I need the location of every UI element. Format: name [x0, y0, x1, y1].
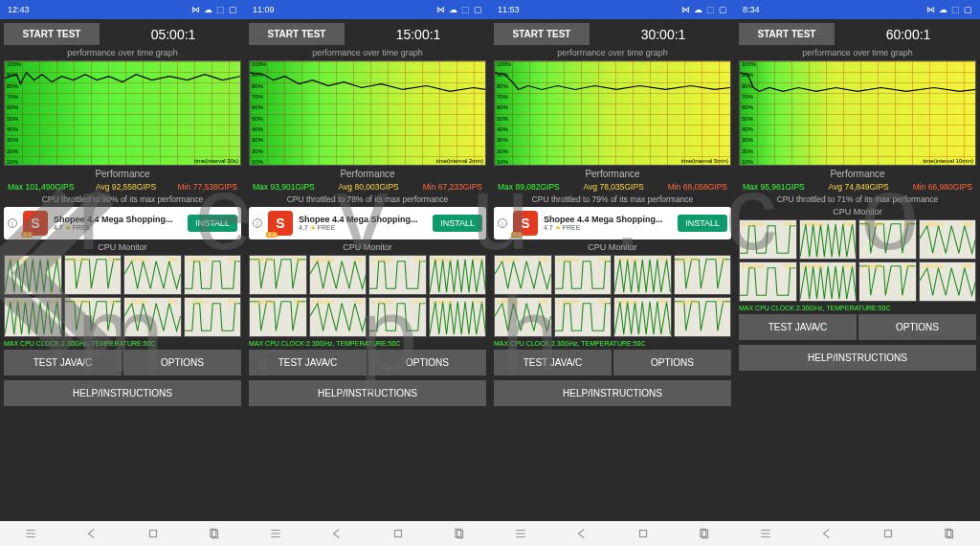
ad-install-button[interactable]: INSTALL [678, 215, 727, 232]
home-icon[interactable] [881, 527, 895, 540]
link-icon: ⋈ [681, 5, 690, 14]
home-icon[interactable] [391, 527, 405, 540]
core-temp: T0C [353, 299, 364, 305]
options-button[interactable]: OPTIONS [368, 350, 486, 375]
graph-title: performance over time graph [249, 48, 486, 57]
performance-title: Performance [739, 169, 976, 179]
core-temp: T0C [228, 257, 238, 262]
menu-icon[interactable] [514, 527, 527, 540]
ad-info-icon[interactable]: i [498, 218, 507, 228]
options-button[interactable]: OPTIONS [123, 350, 241, 375]
graph-title: performance over time graph [494, 48, 731, 57]
home-icon[interactable] [636, 527, 650, 540]
core-temp: T0C [473, 257, 483, 262]
performance-values: Max 89,082GIPS Avg 78,035GIPS Min 68,058… [494, 182, 731, 192]
performance-graph: 100%90%80%70%60%50%40%30%20%10% time(int… [494, 60, 731, 166]
ad-app-icon: 4.4 [513, 211, 538, 236]
screen-rec-icon: ⬚ [951, 5, 960, 14]
back-icon[interactable] [575, 527, 589, 540]
options-button[interactable]: OPTIONS [613, 350, 731, 375]
core-freq: 0.54GHz [742, 263, 765, 269]
cpu-monitor-grid: 2.00GHz T0C 2.00GHz T0C 2.00GHz T0C 2.00… [494, 255, 731, 337]
test-javac-button[interactable]: TEST JAVA/C [249, 350, 367, 375]
max-cpu-text: MAX CPU CLOCK:2.30GHz, TEMPERATURE:50C [249, 340, 486, 347]
ad-rating: 4.7 ★ FREE [299, 224, 427, 232]
help-button[interactable]: HELP/INSTRUCTIONS [739, 345, 976, 371]
recent-icon[interactable] [208, 527, 221, 540]
ad-app-icon: 4.4 [23, 211, 48, 236]
ad-install-button[interactable]: INSTALL [433, 215, 482, 232]
options-button[interactable]: OPTIONS [858, 314, 976, 340]
ad-banner[interactable]: i 4.4 Shopee 4.4 Mega Shopping... 4.7 ★ … [249, 207, 486, 239]
core-temp: T0C [963, 221, 973, 227]
cpu-core-chart: 1.22GHz T0C [123, 297, 182, 337]
ad-banner[interactable]: i 4.4 Shopee 4.4 Mega Shopping... 4.7 ★ … [494, 207, 731, 239]
performance-values: Max 101,490GIPS Avg 92,558GIPS Min 77,53… [4, 182, 241, 192]
cpu-core-chart: 2.00GHz T0C [554, 255, 612, 295]
recent-icon[interactable] [698, 527, 711, 540]
menu-icon[interactable] [759, 527, 772, 540]
cpu-core-chart: 0.90GHz T0C [309, 255, 368, 295]
core-freq: 2.00GHz [677, 257, 700, 262]
ad-info-icon[interactable]: i [253, 218, 262, 228]
back-icon[interactable] [330, 527, 344, 540]
core-freq: 1.49GHz [432, 299, 455, 305]
recent-icon[interactable] [943, 527, 956, 540]
core-freq: 0.54GHz [922, 263, 945, 269]
cpu-monitor-grid: 0.90GHz T0C 0.90GHz T0C 0.90GHz T0C 0.90… [4, 255, 241, 337]
ad-banner[interactable]: i 4.4 Shopee 4.4 Mega Shopping... 4.7 ★ … [4, 207, 241, 239]
perf-avg: Avg 92,558GIPS [96, 182, 156, 192]
cpu-core-chart: 0.90GHz T0C [249, 255, 307, 295]
menu-icon[interactable] [269, 527, 282, 540]
core-freq: 1.80GHz [677, 299, 700, 305]
core-temp: T0C [902, 221, 913, 227]
back-icon[interactable] [820, 527, 834, 540]
core-temp: T0C [538, 299, 548, 305]
start-test-button[interactable]: START TEST [249, 23, 345, 45]
core-freq: 2.30GHz [802, 221, 825, 227]
battery-icon: ▢ [229, 5, 237, 14]
test-javac-button[interactable]: TEST JAVA/C [4, 350, 122, 375]
status-bar: 11:09 ⋈ ☁ ⬚ ▢ [245, 0, 490, 19]
back-icon[interactable] [85, 527, 99, 540]
clock: 8:34 [743, 5, 760, 14]
cpu-core-chart: 1.80GHz T0C [613, 297, 672, 337]
start-test-button[interactable]: START TEST [494, 23, 590, 45]
throttle-text: CPU throttled to 79% of its max performa… [494, 194, 731, 204]
battery-icon: ▢ [964, 5, 972, 14]
cpu-core-chart: 1.80GHz T0C [494, 297, 552, 337]
screen-rec-icon: ⬚ [461, 5, 470, 14]
svg-rect-9 [885, 531, 892, 537]
core-temp: T0C [412, 299, 423, 305]
performance-graph: 100%90%80%70%60%50%40%30%20%10% time(int… [4, 60, 241, 166]
timer: 15:00:1 [350, 27, 486, 42]
phone-panel: 11:53 ⋈ ☁ ⬚ ▢ START TEST 30:00:1performa… [490, 0, 735, 546]
core-temp: T0C [167, 257, 178, 262]
ad-title: Shopee 4.4 Mega Shopping... [299, 215, 427, 224]
perf-max: Max 93,901GIPS [253, 182, 315, 192]
core-freq: 0.90GHz [187, 257, 210, 262]
core-temp: T0C [293, 257, 303, 262]
help-button[interactable]: HELP/INSTRUCTIONS [494, 380, 731, 406]
perf-max: Max 95,961GIPS [743, 182, 805, 192]
test-javac-button[interactable]: TEST JAVA/C [494, 350, 612, 375]
android-navbar [735, 521, 980, 546]
start-test-button[interactable]: START TEST [4, 23, 100, 45]
home-icon[interactable] [146, 527, 160, 540]
ad-info-icon[interactable]: i [8, 218, 17, 228]
ad-install-button[interactable]: INSTALL [188, 215, 237, 232]
start-test-button[interactable]: START TEST [739, 23, 835, 45]
recent-icon[interactable] [453, 527, 466, 540]
perf-max: Max 101,490GIPS [8, 182, 74, 192]
help-button[interactable]: HELP/INSTRUCTIONS [249, 380, 486, 406]
test-javac-button[interactable]: TEST JAVA/C [739, 314, 857, 340]
help-button[interactable]: HELP/INSTRUCTIONS [4, 380, 241, 406]
clock: 11:53 [498, 5, 520, 14]
cpu-core-chart: 1.22GHz T0C [4, 297, 62, 337]
android-navbar [490, 521, 735, 546]
phone-panel: 8:34 ⋈ ☁ ⬚ ▢ START TEST 60:00:1performan… [735, 0, 980, 546]
core-freq: 0.90GHz [312, 257, 335, 262]
ad-title: Shopee 4.4 Mega Shopping... [54, 215, 182, 224]
menu-icon[interactable] [24, 527, 37, 540]
android-navbar [0, 521, 245, 546]
